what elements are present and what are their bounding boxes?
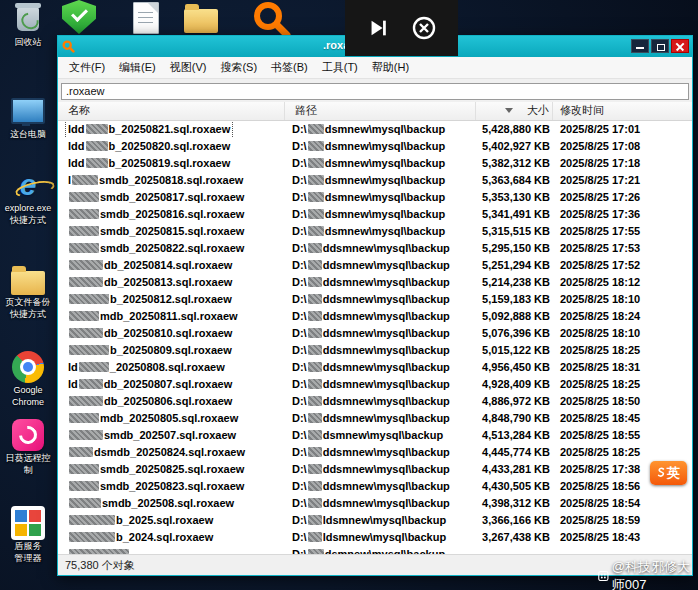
file-size-cell: 3,366,166 KB	[476, 512, 553, 529]
table-row[interactable]: dsmdb_20250824.sql.roxaewD:\ddsmnew\mysq…	[58, 444, 692, 461]
table-row[interactable]: smdb_20250816.sql.roxaewD:\dsmnew\mysql\…	[58, 206, 692, 223]
file-name-cell: b_20250812.sql.roxaew	[58, 291, 285, 308]
column-header-modified[interactable]: 修改时间	[553, 102, 692, 120]
table-row[interactable]: db_20250806.sql.roxaewD:\ddsmnew\mysql\b…	[58, 393, 692, 410]
close-button[interactable]	[671, 39, 689, 53]
file-name: smdb_20250825.sql.roxaew	[66, 461, 246, 478]
redaction-block	[86, 124, 108, 134]
file-modified-cell: 2025/8/25 17:52	[553, 257, 692, 274]
menu-edit[interactable]: 编辑(E)	[112, 58, 163, 77]
file-modified-cell: 2025/8/25 17:55	[553, 223, 692, 240]
table-row[interactable]: mdb_20250805.sql.roxaewD:\ddsmnew\mysql\…	[58, 410, 692, 427]
table-row[interactable]: b_2024.sql.roxaewD:\ldsmnew\mysql\backup…	[58, 529, 692, 546]
redaction-block	[69, 311, 99, 321]
file-name: db_20250810.sql.roxaew	[66, 325, 234, 342]
redaction-block	[308, 243, 322, 253]
table-row[interactable]: mdb_20250811.sql.roxaewD:\ddsmnew\mysql\…	[58, 308, 692, 325]
desktop-icon-chrome[interactable]: Google Chrome	[0, 350, 56, 408]
document-icon[interactable]	[133, 2, 159, 34]
table-row[interactable]: smdb_202508.sql.roxaewD:\ddsmnew\mysql\b…	[58, 495, 692, 512]
security-shield-icon[interactable]	[62, 0, 96, 34]
desktop-icon-backup-folder[interactable]: 页文件备份 快捷方式	[0, 262, 56, 320]
file-path-cell: D:\dsmnew\mysql\backup	[285, 121, 476, 138]
redaction-block	[69, 396, 103, 406]
desktop-icon-explorer-shortcut[interactable]: e explore.exe 快捷方式	[0, 168, 56, 226]
table-row[interactable]: smdb_20250815.sql.roxaewD:\dsmnew\mysql\…	[58, 223, 692, 240]
minimize-button[interactable]	[631, 39, 649, 53]
file-size-cell: 4,433,281 KB	[476, 461, 553, 478]
folder-icon[interactable]	[184, 2, 218, 33]
file-name: smdb_20250815.sql.roxaew	[66, 223, 246, 240]
icon-label: 日葵远程控	[0, 452, 56, 464]
menu-search[interactable]: 搜索(S)	[213, 58, 264, 77]
table-row[interactable]: b_20250809.sql.roxaewD:\ddsmnew\mysql\ba…	[58, 342, 692, 359]
table-row[interactable]: b_20250812.sql.roxaewD:\ddsmnew\mysql\ba…	[58, 291, 692, 308]
menu-file[interactable]: 文件(F)	[62, 58, 112, 77]
redaction-block	[308, 396, 322, 406]
status-bar: 75,380 个对象	[58, 554, 692, 575]
menu-tools[interactable]: 工具(T)	[315, 58, 365, 77]
file-name: db_20250813.sql.roxaew	[66, 274, 234, 291]
table-row[interactable]: b_2025.sql.roxaewD:\ldsmnew\mysql\backup…	[58, 512, 692, 529]
redaction-block	[86, 141, 108, 151]
menu-bookmarks[interactable]: 书签(B)	[264, 58, 315, 77]
app-magnifier-icon	[62, 40, 75, 53]
redaction-block	[308, 209, 324, 219]
file-path-cell: D:\ddsmnew\mysql\backup	[285, 274, 476, 291]
table-row[interactable]: db_20250810.sql.roxaewD:\ddsmnew\mysql\b…	[58, 325, 692, 342]
ime-language-badge[interactable]: 英	[650, 461, 687, 485]
redaction-block	[308, 311, 322, 321]
table-row[interactable]: lddb_20250820.sql.roxaewD:\dsmnew\mysql\…	[58, 138, 692, 155]
table-row[interactable]: smdb_20250823.sql.roxaewD:\ddsmnew\mysql…	[58, 478, 692, 495]
table-row[interactable]: smdb_20250822.sql.roxaewD:\ddsmnew\mysql…	[58, 240, 692, 257]
desktop-icon-service-manager[interactable]: 盾服务 管理器	[0, 506, 56, 564]
redaction-block	[69, 209, 99, 219]
results-list[interactable]: lddb_20250821.sql.roxaewD:\dsmnew\mysql\…	[58, 121, 692, 555]
table-row[interactable]: lddb_20250807.sql.roxaewD:\ddsmnew\mysql…	[58, 376, 692, 393]
redaction-block	[308, 379, 322, 389]
table-row[interactable]: ld_20250808.sql.roxaewD:\ddsmnew\mysql\b…	[58, 359, 692, 376]
file-name: mdb_20250805.sql.roxaew	[66, 410, 240, 427]
close-circle-icon[interactable]	[412, 16, 436, 40]
redaction-block	[308, 277, 322, 287]
file-size-cell: 4,430,505 KB	[476, 478, 553, 495]
table-row[interactable]: smdb_20250817.sql.roxaewD:\dsmnew\mysql\…	[58, 189, 692, 206]
file-modified-cell: 2025/8/25 18:10	[553, 325, 692, 342]
table-row[interactable]: db_20250813.sql.roxaewD:\ddsmnew\mysql\b…	[58, 274, 692, 291]
file-name-cell: b_2025.sql.roxaew	[58, 512, 285, 529]
redaction-block	[79, 362, 109, 372]
file-size-cell: 5,015,122 KB	[476, 342, 553, 359]
file-size-cell: 5,076,396 KB	[476, 325, 553, 342]
file-path-cell: D:\ddsmnew\mysql\backup	[285, 461, 476, 478]
icon-label: Google	[0, 384, 56, 396]
table-row[interactable]: lsmdb_20250818.sql.roxaewD:\dsmnew\mysql…	[58, 172, 692, 189]
file-path-cell: D:\ddsmnew\mysql\backup	[285, 291, 476, 308]
file-name-cell: db_20250813.sql.roxaew	[58, 274, 285, 291]
desktop-icon-sunlogin[interactable]: 日葵远程控 制	[0, 418, 56, 476]
menu-view[interactable]: 视图(V)	[163, 58, 214, 77]
redaction-block	[308, 430, 322, 440]
file-size-cell: 4,513,284 KB	[476, 427, 553, 444]
search-input[interactable]	[61, 83, 689, 100]
column-header-path[interactable]: 路径	[285, 102, 476, 120]
table-row[interactable]: lddb_20250819.sql.roxaewD:\dsmnew\mysql\…	[58, 155, 692, 172]
file-path-cell: D:\dsmnew\mysql\backup	[285, 189, 476, 206]
table-row[interactable]: D:\dsmnew\mysql\backup	[58, 546, 692, 555]
table-row[interactable]: smdb_20250825.sql.roxaewD:\ddsmnew\mysql…	[58, 461, 692, 478]
maximize-button[interactable]	[651, 39, 669, 53]
media-next-icon[interactable]	[367, 17, 389, 39]
table-row[interactable]: lddb_20250821.sql.roxaewD:\dsmnew\mysql\…	[58, 121, 692, 138]
desktop-icon-this-pc[interactable]: 这台电脑	[0, 94, 56, 140]
file-path-cell: D:\dsmnew\mysql\backup	[285, 138, 476, 155]
file-size-cell: 5,402,927 KB	[476, 138, 553, 155]
column-header-size[interactable]: 大小	[476, 102, 553, 120]
file-path-cell: D:\ddsmnew\mysql\backup	[285, 376, 476, 393]
file-size-cell: 4,398,312 KB	[476, 495, 553, 512]
table-row[interactable]: db_20250814.sql.roxaewD:\ddsmnew\mysql\b…	[58, 257, 692, 274]
table-row[interactable]: smdb_202507.sql.roxaewD:\dsmnew\mysql\ba…	[58, 427, 692, 444]
file-name-cell: smdb_20250823.sql.roxaew	[58, 478, 285, 495]
desktop-icon-recycle-bin[interactable]: 回收站	[0, 2, 56, 48]
menu-help[interactable]: 帮助(H)	[365, 58, 416, 77]
file-path-cell: D:\dsmnew\mysql\backup	[285, 546, 476, 555]
column-header-name[interactable]: 名称	[58, 102, 285, 120]
